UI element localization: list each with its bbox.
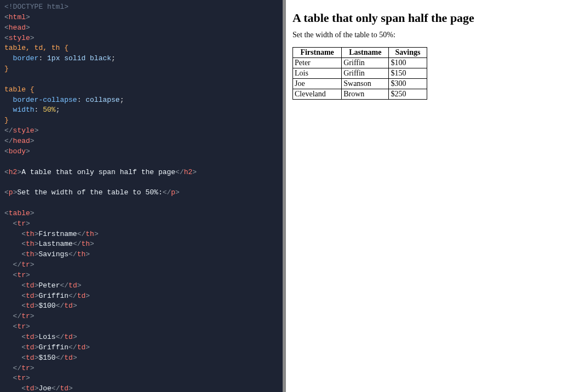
code-td-text: Peter bbox=[38, 281, 60, 290]
preview-pane: A table that only span half the page Set… bbox=[286, 0, 568, 392]
code-text-p: Set the width of the table to 50%: bbox=[17, 188, 162, 197]
code-tag-tr: tr bbox=[17, 220, 26, 228]
table-cell: $100 bbox=[389, 58, 427, 68]
code-th-text: Savings bbox=[38, 250, 68, 258]
table-row: Peter Griffin $100 bbox=[293, 58, 427, 68]
preview-heading: A table that only span half the page bbox=[292, 11, 561, 25]
code-css-value: 1px solid black bbox=[47, 54, 111, 62]
code-tag-head: head bbox=[9, 24, 26, 32]
code-tag-html: html bbox=[9, 13, 26, 21]
code-td-text: Griffin bbox=[38, 343, 68, 351]
code-css-value: collapse bbox=[85, 96, 119, 104]
table-cell: Griffin bbox=[342, 68, 389, 79]
code-tag-body: body bbox=[9, 147, 26, 155]
code-tag-h2: h2 bbox=[9, 168, 18, 176]
code-css-prop: width bbox=[4, 106, 35, 114]
code-th-text: Lastname bbox=[38, 240, 72, 248]
table-header-cell: Savings bbox=[389, 48, 427, 58]
code-td-text: $150 bbox=[38, 354, 55, 362]
code-css-brace: } bbox=[4, 65, 9, 73]
code-td-text: Joe bbox=[38, 384, 51, 392]
table-cell: Swanson bbox=[342, 79, 389, 89]
table-cell: Lois bbox=[293, 68, 342, 79]
code-td-text: Lois bbox=[38, 333, 55, 341]
code-css-prop: border-collapse bbox=[4, 96, 77, 104]
table-cell: Peter bbox=[293, 58, 342, 68]
code-text-h2: A table that only span half the page bbox=[21, 168, 175, 176]
table-header-cell: Lastname bbox=[342, 48, 389, 58]
code-th-text: Firstname bbox=[38, 230, 77, 238]
code-tag-table: table bbox=[9, 209, 30, 217]
table-cell: Griffin bbox=[342, 58, 389, 68]
code-tag-style: style bbox=[9, 34, 30, 42]
code-tag-head-close: head bbox=[13, 137, 30, 145]
code-tag-style-close: style bbox=[13, 126, 35, 135]
preview-paragraph: Set the width of the table to 50%: bbox=[292, 31, 561, 39]
code-td-text: Griffin bbox=[38, 292, 68, 300]
table-cell: Joe bbox=[293, 79, 342, 89]
code-css-selector: table, td, th { bbox=[4, 44, 68, 52]
preview-table: Firstname Lastname Savings Peter Griffin… bbox=[292, 47, 427, 100]
table-cell: $300 bbox=[389, 79, 427, 89]
table-cell: $150 bbox=[389, 68, 427, 79]
table-row: Joe Swanson $300 bbox=[293, 79, 427, 89]
code-css-brace: } bbox=[4, 116, 9, 124]
table-cell: Brown bbox=[342, 89, 389, 100]
table-header-cell: Firstname bbox=[293, 48, 342, 58]
code-tag-p: p bbox=[9, 188, 13, 197]
code-td-text: $100 bbox=[38, 302, 55, 310]
table-row: Cleveland Brown $250 bbox=[293, 89, 427, 100]
table-header-row: Firstname Lastname Savings bbox=[293, 48, 427, 58]
table-row: Lois Griffin $150 bbox=[293, 68, 427, 79]
table-cell: Cleveland bbox=[293, 89, 342, 100]
code-doctype: <!DOCTYPE html> bbox=[4, 3, 68, 11]
code-css-value: 50% bbox=[43, 106, 55, 114]
code-css-prop: border bbox=[4, 54, 38, 62]
table-cell: $250 bbox=[389, 89, 427, 100]
code-css-selector: table { bbox=[4, 85, 35, 94]
code-editor-pane[interactable]: <!DOCTYPE html> <html> <head> <style> ta… bbox=[0, 0, 283, 392]
